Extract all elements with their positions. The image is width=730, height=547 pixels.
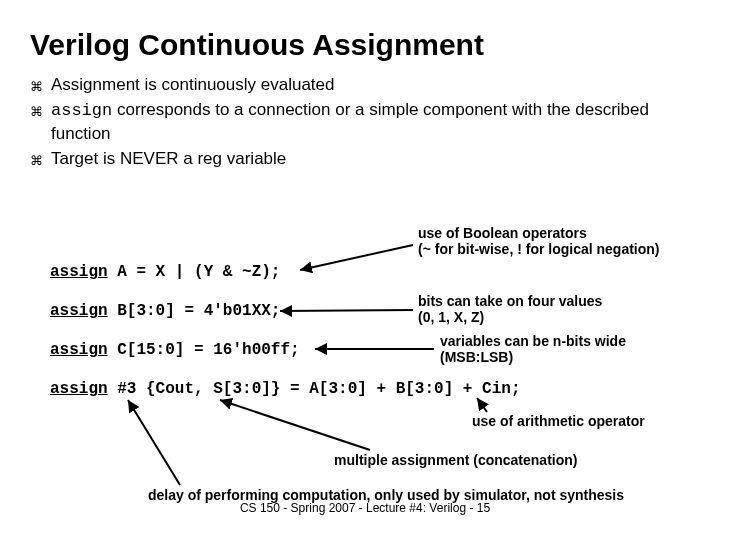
bullet-2: ⌘ assign corresponds to a connection or … [30,99,700,146]
code-line-4: assign #3 {Cout, S[3:0]} = A[3:0] + B[3:… [50,380,520,398]
bullet-list: ⌘ Assignment is continuously evaluated ⌘… [30,74,700,171]
bullet-text: Assignment is continuously evaluated [51,74,335,97]
ann-concat: multiple assignment (concatenation) [334,452,577,468]
ann-fourvalues: bits can take on four values (0, 1, X, Z… [418,293,602,325]
bullet-1: ⌘ Assignment is continuously evaluated [30,74,700,97]
assign-kw: assign [50,341,108,359]
code-line-1: assign A = X | (Y & ~Z); [50,263,280,281]
code-keyword: assign [51,101,112,120]
footer: CS 150 - Spring 2007 - Lecture #4: Veril… [0,502,730,516]
code-line-3: assign C[15:0] = 16'h00ff; [50,341,300,359]
svg-line-5 [128,400,180,485]
slide-title: Verilog Continuous Assignment [30,28,700,62]
bullet-text-part: corresponds to a connection or a simple … [51,100,649,143]
bullet-icon: ⌘ [30,152,43,170]
ann-line: (0, 1, X, Z) [418,309,602,325]
svg-line-3 [477,398,487,412]
ann-line: bits can take on four values [418,293,602,309]
code-body: #3 {Cout, S[3:0]} = A[3:0] + B[3:0] + Ci… [108,380,521,398]
bullet-text: assign corresponds to a connection or a … [51,99,700,146]
bullet-icon: ⌘ [30,103,43,121]
ann-line: (~ for bit-wise, ! for logical negation) [418,241,660,257]
svg-line-4 [220,400,370,450]
bullet-text: Target is NEVER a reg variable [51,148,286,171]
code-body: B[3:0] = 4'b01XX; [108,302,281,320]
ann-arith: use of arithmetic operator [472,413,645,429]
assign-kw: assign [50,380,108,398]
bullet-3: ⌘ Target is NEVER a reg variable [30,148,700,171]
ann-line: (MSB:LSB) [440,349,626,365]
ann-line: variables can be n-bits wide [440,333,626,349]
code-line-2: assign B[3:0] = 4'b01XX; [50,302,280,320]
bullet-icon: ⌘ [30,78,43,96]
assign-kw: assign [50,263,108,281]
assign-kw: assign [50,302,108,320]
ann-line: use of Boolean operators [418,225,660,241]
svg-line-0 [300,245,413,270]
code-body: A = X | (Y & ~Z); [108,263,281,281]
svg-line-1 [280,310,413,311]
ann-boolean: use of Boolean operators (~ for bit-wise… [418,225,660,257]
ann-nbits: variables can be n-bits wide (MSB:LSB) [440,333,626,365]
code-body: C[15:0] = 16'h00ff; [108,341,300,359]
